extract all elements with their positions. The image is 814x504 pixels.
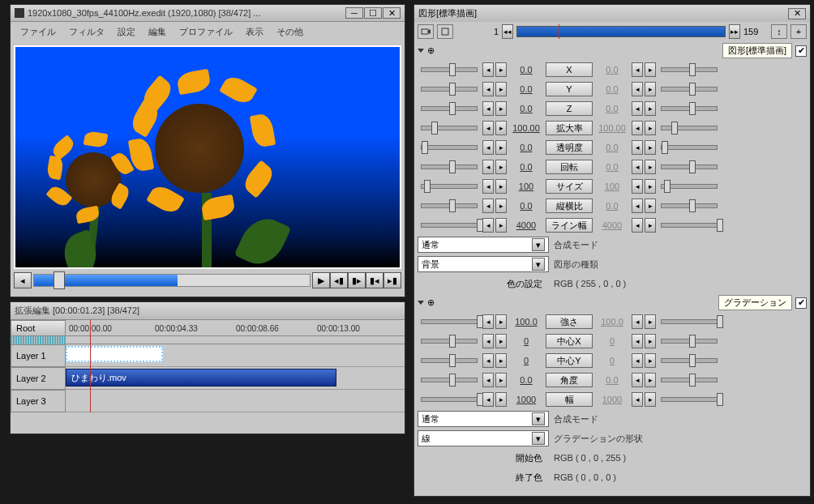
dec-left-button[interactable]: ◂	[482, 62, 494, 77]
slider-left[interactable]	[421, 223, 478, 228]
slider-left[interactable]	[421, 106, 478, 111]
inc-left-button[interactable]: ▸	[495, 218, 507, 233]
value-left[interactable]: 0.0	[508, 201, 544, 211]
dec-left-button[interactable]: ◂	[482, 334, 494, 348]
frame-next-button[interactable]: ▸▸	[729, 24, 740, 39]
value-right[interactable]: 0.0	[594, 143, 630, 152]
dec-right-button[interactable]: ◂	[632, 179, 643, 194]
zoom-scale[interactable]	[11, 336, 66, 344]
close-button[interactable]: ✕	[383, 7, 401, 19]
slider-right[interactable]	[661, 378, 718, 382]
menu-edit[interactable]: 編集	[142, 23, 173, 41]
dec-right-button[interactable]: ◂	[632, 101, 643, 116]
value-right[interactable]: 0.0	[594, 104, 630, 113]
add-icon[interactable]: +	[790, 24, 807, 39]
inc-right-button[interactable]: ▸	[645, 160, 656, 174]
param-label[interactable]: 拡大率	[546, 121, 593, 135]
preview-viewport[interactable]	[14, 45, 401, 269]
slider-right[interactable]	[661, 126, 718, 130]
value-right[interactable]: 100.00	[594, 123, 630, 133]
slider-left[interactable]	[421, 319, 478, 324]
value-right[interactable]: 0.0	[594, 65, 630, 75]
shape-type-select[interactable]: 背景▾	[418, 256, 549, 272]
inc-left-button[interactable]: ▸	[495, 179, 507, 194]
inc-left-button[interactable]: ▸	[495, 373, 507, 387]
dec-right-button[interactable]: ◂	[632, 121, 643, 135]
menu-file[interactable]: ファイル	[14, 23, 62, 41]
inc-left-button[interactable]: ▸	[495, 121, 507, 135]
slider-right[interactable]	[661, 223, 718, 228]
section-gradient-checkbox[interactable]: ✔	[795, 297, 807, 309]
menu-view[interactable]: 表示	[239, 23, 270, 41]
clip-bg-shape[interactable]: 背景(図形)	[66, 346, 163, 362]
menu-other[interactable]: その他	[270, 23, 310, 41]
value-left[interactable]: 0.0	[508, 143, 544, 152]
layer-header-2[interactable]: Layer 2	[11, 367, 66, 390]
value-right[interactable]: 0.0	[594, 162, 630, 172]
track-1[interactable]: 背景(図形)	[66, 344, 405, 367]
blend-mode2-select[interactable]: 通常▾	[418, 411, 549, 427]
blend-mode-select[interactable]: 通常▾	[418, 237, 549, 253]
color-label[interactable]: 色の設定	[418, 278, 549, 290]
value-right[interactable]: 0.0	[594, 201, 630, 211]
inc-right-button[interactable]: ▸	[645, 179, 656, 194]
value-left[interactable]: 0.0	[508, 104, 544, 113]
dec-left-button[interactable]: ◂	[482, 314, 494, 329]
minimize-button[interactable]: ─	[345, 7, 363, 19]
inc-right-button[interactable]: ▸	[645, 392, 656, 407]
play-button[interactable]: ▶	[312, 272, 330, 288]
slider-right[interactable]	[661, 203, 718, 208]
param-label[interactable]: Z	[546, 101, 593, 116]
inc-left-button[interactable]: ▸	[495, 140, 507, 155]
root-button[interactable]: Root	[11, 320, 66, 336]
inc-left-button[interactable]: ▸	[495, 199, 507, 213]
goto-end-button[interactable]: ▸▮	[383, 272, 401, 288]
seek-start-button[interactable]: ◂	[14, 272, 32, 288]
inc-left-button[interactable]: ▸	[495, 101, 507, 116]
slider-left[interactable]	[421, 397, 478, 402]
dec-left-button[interactable]: ◂	[482, 353, 494, 368]
slider-left[interactable]	[421, 67, 478, 72]
inc-right-button[interactable]: ▸	[645, 218, 656, 233]
param-label[interactable]: X	[546, 62, 593, 77]
value-right[interactable]: 0	[594, 336, 630, 346]
time-ruler[interactable]: 00:00:00.00 00:00:04.33 00:00:08.66 00:0…	[66, 320, 405, 336]
slider-right[interactable]	[661, 358, 718, 363]
inc-left-button[interactable]: ▸	[495, 82, 507, 96]
slider-right[interactable]	[661, 319, 718, 324]
dec-left-button[interactable]: ◂	[482, 82, 494, 96]
menu-settings[interactable]: 設定	[111, 23, 142, 41]
gradient-shape-select[interactable]: 線▾	[418, 430, 549, 446]
camera-icon[interactable]	[418, 24, 434, 39]
value-left[interactable]: 100.0	[508, 317, 544, 327]
dec-left-button[interactable]: ◂	[482, 121, 494, 135]
param-label[interactable]: 回転	[546, 160, 593, 174]
menu-filter[interactable]: フィルタ	[62, 23, 111, 41]
inc-right-button[interactable]: ▸	[645, 353, 656, 368]
prop-close-button[interactable]: ✕	[788, 8, 806, 19]
inc-left-button[interactable]: ▸	[495, 334, 507, 348]
param-label[interactable]: 中心Y	[546, 353, 593, 368]
inc-left-button[interactable]: ▸	[495, 314, 507, 329]
timeline-playhead[interactable]	[90, 320, 91, 412]
param-label[interactable]: 縦横比	[546, 199, 593, 213]
step-fwd-button[interactable]: ▮▸	[348, 272, 366, 288]
param-label[interactable]: 幅	[546, 392, 593, 407]
value-right[interactable]: 100.0	[594, 317, 630, 327]
dec-left-button[interactable]: ◂	[482, 218, 494, 233]
dec-right-button[interactable]: ◂	[632, 199, 643, 213]
slider-left[interactable]	[421, 339, 478, 344]
slider-right[interactable]	[661, 184, 718, 189]
slider-right[interactable]	[661, 67, 718, 72]
frame-slider[interactable]	[516, 26, 726, 37]
value-left[interactable]: 100.00	[508, 123, 544, 133]
dec-right-button[interactable]: ◂	[632, 334, 643, 348]
value-left[interactable]: 0.0	[508, 84, 544, 94]
menu-profile[interactable]: プロファイル	[173, 23, 239, 41]
goto-start-button[interactable]: ▮◂	[366, 272, 383, 288]
dec-left-button[interactable]: ◂	[482, 179, 494, 194]
dec-left-button[interactable]: ◂	[482, 392, 494, 407]
track-3[interactable]	[66, 390, 405, 412]
slider-right[interactable]	[661, 87, 718, 92]
collapse-icon[interactable]	[418, 49, 424, 53]
